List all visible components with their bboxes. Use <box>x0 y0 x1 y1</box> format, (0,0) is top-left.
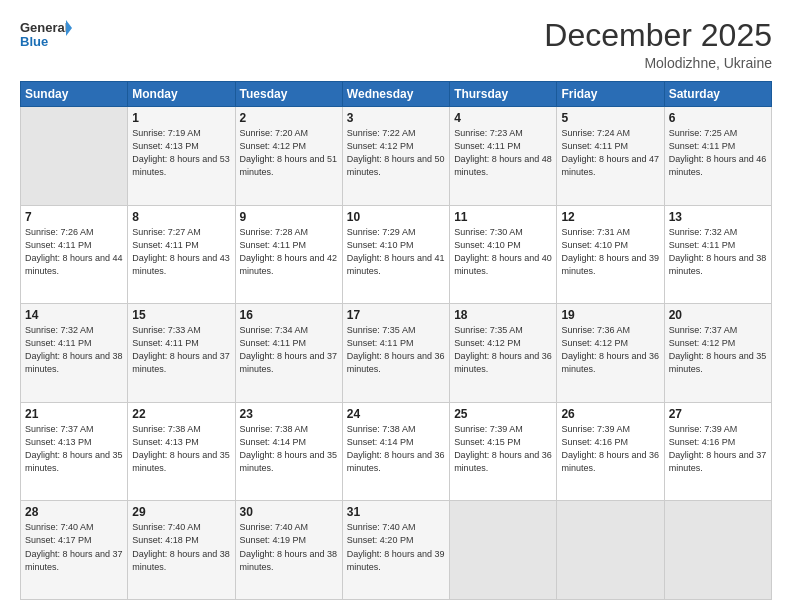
calendar-cell: 15Sunrise: 7:33 AM Sunset: 4:11 PM Dayli… <box>128 304 235 403</box>
day-info: Sunrise: 7:23 AM Sunset: 4:11 PM Dayligh… <box>454 127 552 179</box>
weekday-header-row: SundayMondayTuesdayWednesdayThursdayFrid… <box>21 82 772 107</box>
svg-text:Blue: Blue <box>20 34 48 49</box>
weekday-header-thursday: Thursday <box>450 82 557 107</box>
calendar-cell: 27Sunrise: 7:39 AM Sunset: 4:16 PM Dayli… <box>664 402 771 501</box>
day-info: Sunrise: 7:36 AM Sunset: 4:12 PM Dayligh… <box>561 324 659 376</box>
calendar-cell: 4Sunrise: 7:23 AM Sunset: 4:11 PM Daylig… <box>450 107 557 206</box>
day-number: 22 <box>132 407 230 421</box>
day-info: Sunrise: 7:39 AM Sunset: 4:16 PM Dayligh… <box>561 423 659 475</box>
title-block: December 2025 Molodizhne, Ukraine <box>544 18 772 71</box>
svg-marker-2 <box>66 20 72 36</box>
calendar-cell <box>21 107 128 206</box>
calendar-cell: 17Sunrise: 7:35 AM Sunset: 4:11 PM Dayli… <box>342 304 449 403</box>
calendar-week-row: 7Sunrise: 7:26 AM Sunset: 4:11 PM Daylig… <box>21 205 772 304</box>
day-number: 1 <box>132 111 230 125</box>
day-info: Sunrise: 7:38 AM Sunset: 4:14 PM Dayligh… <box>347 423 445 475</box>
day-number: 11 <box>454 210 552 224</box>
calendar-cell: 1Sunrise: 7:19 AM Sunset: 4:13 PM Daylig… <box>128 107 235 206</box>
day-info: Sunrise: 7:33 AM Sunset: 4:11 PM Dayligh… <box>132 324 230 376</box>
day-number: 2 <box>240 111 338 125</box>
day-number: 23 <box>240 407 338 421</box>
calendar-cell <box>557 501 664 600</box>
day-info: Sunrise: 7:22 AM Sunset: 4:12 PM Dayligh… <box>347 127 445 179</box>
day-number: 14 <box>25 308 123 322</box>
day-number: 16 <box>240 308 338 322</box>
calendar-cell: 8Sunrise: 7:27 AM Sunset: 4:11 PM Daylig… <box>128 205 235 304</box>
calendar-cell: 18Sunrise: 7:35 AM Sunset: 4:12 PM Dayli… <box>450 304 557 403</box>
calendar-week-row: 1Sunrise: 7:19 AM Sunset: 4:13 PM Daylig… <box>21 107 772 206</box>
day-info: Sunrise: 7:28 AM Sunset: 4:11 PM Dayligh… <box>240 226 338 278</box>
day-number: 15 <box>132 308 230 322</box>
calendar-cell: 21Sunrise: 7:37 AM Sunset: 4:13 PM Dayli… <box>21 402 128 501</box>
weekday-header-friday: Friday <box>557 82 664 107</box>
day-info: Sunrise: 7:35 AM Sunset: 4:11 PM Dayligh… <box>347 324 445 376</box>
day-number: 9 <box>240 210 338 224</box>
day-info: Sunrise: 7:38 AM Sunset: 4:13 PM Dayligh… <box>132 423 230 475</box>
day-number: 24 <box>347 407 445 421</box>
calendar-cell: 23Sunrise: 7:38 AM Sunset: 4:14 PM Dayli… <box>235 402 342 501</box>
day-info: Sunrise: 7:37 AM Sunset: 4:13 PM Dayligh… <box>25 423 123 475</box>
calendar-cell: 22Sunrise: 7:38 AM Sunset: 4:13 PM Dayli… <box>128 402 235 501</box>
calendar-cell: 31Sunrise: 7:40 AM Sunset: 4:20 PM Dayli… <box>342 501 449 600</box>
day-number: 4 <box>454 111 552 125</box>
day-number: 30 <box>240 505 338 519</box>
day-number: 21 <box>25 407 123 421</box>
day-info: Sunrise: 7:40 AM Sunset: 4:20 PM Dayligh… <box>347 521 445 573</box>
day-number: 8 <box>132 210 230 224</box>
calendar-body: 1Sunrise: 7:19 AM Sunset: 4:13 PM Daylig… <box>21 107 772 600</box>
calendar-week-row: 28Sunrise: 7:40 AM Sunset: 4:17 PM Dayli… <box>21 501 772 600</box>
day-info: Sunrise: 7:25 AM Sunset: 4:11 PM Dayligh… <box>669 127 767 179</box>
day-info: Sunrise: 7:27 AM Sunset: 4:11 PM Dayligh… <box>132 226 230 278</box>
calendar-cell: 3Sunrise: 7:22 AM Sunset: 4:12 PM Daylig… <box>342 107 449 206</box>
day-info: Sunrise: 7:32 AM Sunset: 4:11 PM Dayligh… <box>25 324 123 376</box>
day-number: 5 <box>561 111 659 125</box>
calendar-cell: 24Sunrise: 7:38 AM Sunset: 4:14 PM Dayli… <box>342 402 449 501</box>
calendar-cell: 14Sunrise: 7:32 AM Sunset: 4:11 PM Dayli… <box>21 304 128 403</box>
day-info: Sunrise: 7:24 AM Sunset: 4:11 PM Dayligh… <box>561 127 659 179</box>
day-info: Sunrise: 7:39 AM Sunset: 4:15 PM Dayligh… <box>454 423 552 475</box>
calendar-cell: 19Sunrise: 7:36 AM Sunset: 4:12 PM Dayli… <box>557 304 664 403</box>
day-number: 13 <box>669 210 767 224</box>
calendar-cell: 5Sunrise: 7:24 AM Sunset: 4:11 PM Daylig… <box>557 107 664 206</box>
calendar-cell: 29Sunrise: 7:40 AM Sunset: 4:18 PM Dayli… <box>128 501 235 600</box>
svg-text:General: General <box>20 20 68 35</box>
day-number: 27 <box>669 407 767 421</box>
day-number: 26 <box>561 407 659 421</box>
calendar-cell: 16Sunrise: 7:34 AM Sunset: 4:11 PM Dayli… <box>235 304 342 403</box>
day-info: Sunrise: 7:31 AM Sunset: 4:10 PM Dayligh… <box>561 226 659 278</box>
calendar-cell <box>450 501 557 600</box>
day-info: Sunrise: 7:40 AM Sunset: 4:18 PM Dayligh… <box>132 521 230 573</box>
calendar-cell: 28Sunrise: 7:40 AM Sunset: 4:17 PM Dayli… <box>21 501 128 600</box>
day-info: Sunrise: 7:29 AM Sunset: 4:10 PM Dayligh… <box>347 226 445 278</box>
logo-svg: General Blue <box>20 18 72 54</box>
calendar-table: SundayMondayTuesdayWednesdayThursdayFrid… <box>20 81 772 600</box>
day-number: 29 <box>132 505 230 519</box>
day-number: 31 <box>347 505 445 519</box>
calendar-week-row: 21Sunrise: 7:37 AM Sunset: 4:13 PM Dayli… <box>21 402 772 501</box>
day-info: Sunrise: 7:32 AM Sunset: 4:11 PM Dayligh… <box>669 226 767 278</box>
day-info: Sunrise: 7:20 AM Sunset: 4:12 PM Dayligh… <box>240 127 338 179</box>
day-info: Sunrise: 7:39 AM Sunset: 4:16 PM Dayligh… <box>669 423 767 475</box>
calendar-cell <box>664 501 771 600</box>
day-number: 17 <box>347 308 445 322</box>
day-info: Sunrise: 7:19 AM Sunset: 4:13 PM Dayligh… <box>132 127 230 179</box>
day-info: Sunrise: 7:40 AM Sunset: 4:17 PM Dayligh… <box>25 521 123 573</box>
day-number: 10 <box>347 210 445 224</box>
day-number: 6 <box>669 111 767 125</box>
header: General Blue December 2025 Molodizhne, U… <box>20 18 772 71</box>
calendar-cell: 30Sunrise: 7:40 AM Sunset: 4:19 PM Dayli… <box>235 501 342 600</box>
day-number: 7 <box>25 210 123 224</box>
page: General Blue December 2025 Molodizhne, U… <box>0 0 792 612</box>
day-number: 12 <box>561 210 659 224</box>
day-info: Sunrise: 7:37 AM Sunset: 4:12 PM Dayligh… <box>669 324 767 376</box>
day-info: Sunrise: 7:34 AM Sunset: 4:11 PM Dayligh… <box>240 324 338 376</box>
day-number: 3 <box>347 111 445 125</box>
day-info: Sunrise: 7:35 AM Sunset: 4:12 PM Dayligh… <box>454 324 552 376</box>
calendar-cell: 13Sunrise: 7:32 AM Sunset: 4:11 PM Dayli… <box>664 205 771 304</box>
calendar-cell: 12Sunrise: 7:31 AM Sunset: 4:10 PM Dayli… <box>557 205 664 304</box>
day-info: Sunrise: 7:40 AM Sunset: 4:19 PM Dayligh… <box>240 521 338 573</box>
calendar-cell: 10Sunrise: 7:29 AM Sunset: 4:10 PM Dayli… <box>342 205 449 304</box>
day-number: 28 <box>25 505 123 519</box>
calendar-cell: 2Sunrise: 7:20 AM Sunset: 4:12 PM Daylig… <box>235 107 342 206</box>
calendar-cell: 25Sunrise: 7:39 AM Sunset: 4:15 PM Dayli… <box>450 402 557 501</box>
